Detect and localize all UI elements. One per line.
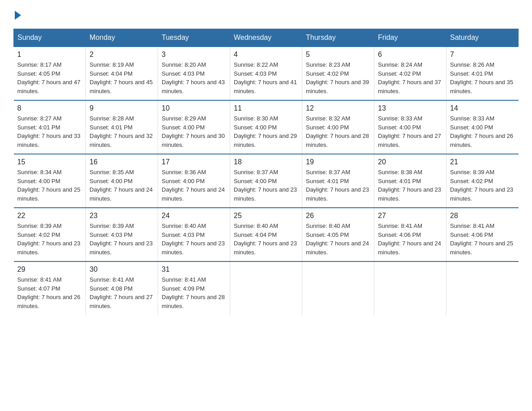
calendar-cell: 29 Sunrise: 8:41 AMSunset: 4:07 PMDaylig… xyxy=(14,261,86,315)
day-number: 30 xyxy=(90,265,154,274)
day-info: Sunrise: 8:17 AMSunset: 4:05 PMDaylight:… xyxy=(17,60,82,95)
calendar-header-monday: Monday xyxy=(86,29,158,47)
calendar-cell: 26 Sunrise: 8:40 AMSunset: 4:05 PMDaylig… xyxy=(302,208,374,261)
calendar-header-thursday: Thursday xyxy=(302,29,374,47)
calendar-cell: 6 Sunrise: 8:24 AMSunset: 4:02 PMDayligh… xyxy=(374,47,446,100)
day-number: 13 xyxy=(378,104,442,112)
day-number: 6 xyxy=(378,51,442,59)
day-number: 11 xyxy=(234,104,298,112)
calendar-cell: 27 Sunrise: 8:41 AMSunset: 4:06 PMDaylig… xyxy=(374,208,446,261)
day-number: 3 xyxy=(162,51,226,59)
calendar-cell: 17 Sunrise: 8:36 AMSunset: 4:00 PMDaylig… xyxy=(158,154,230,208)
day-number: 23 xyxy=(90,212,154,220)
day-number: 19 xyxy=(306,158,370,166)
day-info: Sunrise: 8:24 AMSunset: 4:02 PMDaylight:… xyxy=(378,60,442,95)
day-number: 17 xyxy=(162,158,226,166)
calendar-cell: 9 Sunrise: 8:28 AMSunset: 4:01 PMDayligh… xyxy=(86,100,158,154)
calendar-cell: 16 Sunrise: 8:35 AMSunset: 4:00 PMDaylig… xyxy=(86,154,158,208)
calendar-cell: 4 Sunrise: 8:22 AMSunset: 4:03 PMDayligh… xyxy=(230,47,302,100)
day-info: Sunrise: 8:38 AMSunset: 4:01 PMDaylight:… xyxy=(378,168,442,203)
calendar-cell xyxy=(374,261,446,315)
day-number: 18 xyxy=(234,158,298,166)
page-header xyxy=(13,9,519,20)
day-number: 22 xyxy=(17,212,82,220)
day-info: Sunrise: 8:35 AMSunset: 4:00 PMDaylight:… xyxy=(90,168,154,203)
calendar-header-friday: Friday xyxy=(374,29,446,47)
calendar-cell: 5 Sunrise: 8:23 AMSunset: 4:02 PMDayligh… xyxy=(302,47,374,100)
day-info: Sunrise: 8:29 AMSunset: 4:00 PMDaylight:… xyxy=(162,114,226,149)
day-info: Sunrise: 8:27 AMSunset: 4:01 PMDaylight:… xyxy=(17,114,82,149)
day-number: 15 xyxy=(17,158,82,166)
calendar-week-row: 15 Sunrise: 8:34 AMSunset: 4:00 PMDaylig… xyxy=(14,154,519,208)
calendar-header-sunday: Sunday xyxy=(14,29,86,47)
day-info: Sunrise: 8:40 AMSunset: 4:04 PMDaylight:… xyxy=(234,222,298,257)
calendar-week-row: 8 Sunrise: 8:27 AMSunset: 4:01 PMDayligh… xyxy=(14,100,519,154)
day-info: Sunrise: 8:41 AMSunset: 4:08 PMDaylight:… xyxy=(90,275,154,310)
day-info: Sunrise: 8:37 AMSunset: 4:01 PMDaylight:… xyxy=(306,168,370,203)
calendar-cell: 2 Sunrise: 8:19 AMSunset: 4:04 PMDayligh… xyxy=(86,47,158,100)
day-info: Sunrise: 8:22 AMSunset: 4:03 PMDaylight:… xyxy=(234,60,298,95)
day-number: 24 xyxy=(162,212,226,220)
day-number: 1 xyxy=(17,51,82,59)
day-number: 29 xyxy=(17,265,82,274)
day-info: Sunrise: 8:33 AMSunset: 4:00 PMDaylight:… xyxy=(378,114,442,149)
day-info: Sunrise: 8:39 AMSunset: 4:02 PMDaylight:… xyxy=(17,222,82,257)
day-info: Sunrise: 8:30 AMSunset: 4:00 PMDaylight:… xyxy=(234,114,298,149)
day-info: Sunrise: 8:41 AMSunset: 4:06 PMDaylight:… xyxy=(378,222,442,257)
day-info: Sunrise: 8:39 AMSunset: 4:02 PMDaylight:… xyxy=(450,168,515,203)
day-info: Sunrise: 8:41 AMSunset: 4:09 PMDaylight:… xyxy=(162,275,226,310)
day-number: 5 xyxy=(306,51,370,59)
calendar-header-wednesday: Wednesday xyxy=(230,29,302,47)
day-number: 31 xyxy=(162,265,226,274)
calendar-cell: 28 Sunrise: 8:41 AMSunset: 4:06 PMDaylig… xyxy=(446,208,519,261)
day-number: 16 xyxy=(90,158,154,166)
calendar-cell: 21 Sunrise: 8:39 AMSunset: 4:02 PMDaylig… xyxy=(446,154,519,208)
day-number: 14 xyxy=(450,104,515,112)
calendar-cell: 24 Sunrise: 8:40 AMSunset: 4:03 PMDaylig… xyxy=(158,208,230,261)
calendar-header-tuesday: Tuesday xyxy=(158,29,230,47)
day-info: Sunrise: 8:19 AMSunset: 4:04 PMDaylight:… xyxy=(90,60,154,95)
day-info: Sunrise: 8:33 AMSunset: 4:00 PMDaylight:… xyxy=(450,114,515,149)
calendar-cell: 18 Sunrise: 8:37 AMSunset: 4:00 PMDaylig… xyxy=(230,154,302,208)
calendar-cell: 7 Sunrise: 8:26 AMSunset: 4:01 PMDayligh… xyxy=(446,47,519,100)
calendar-cell: 12 Sunrise: 8:32 AMSunset: 4:00 PMDaylig… xyxy=(302,100,374,154)
day-number: 21 xyxy=(450,158,515,166)
day-info: Sunrise: 8:28 AMSunset: 4:01 PMDaylight:… xyxy=(90,114,154,149)
calendar-cell: 13 Sunrise: 8:33 AMSunset: 4:00 PMDaylig… xyxy=(374,100,446,154)
calendar-week-row: 1 Sunrise: 8:17 AMSunset: 4:05 PMDayligh… xyxy=(14,47,519,100)
calendar-cell: 15 Sunrise: 8:34 AMSunset: 4:00 PMDaylig… xyxy=(14,154,86,208)
calendar-header-saturday: Saturday xyxy=(446,29,519,47)
calendar-cell: 14 Sunrise: 8:33 AMSunset: 4:00 PMDaylig… xyxy=(446,100,519,154)
day-number: 7 xyxy=(450,51,515,59)
calendar-header-row: SundayMondayTuesdayWednesdayThursdayFrid… xyxy=(14,29,519,47)
day-info: Sunrise: 8:36 AMSunset: 4:00 PMDaylight:… xyxy=(162,168,226,203)
day-number: 8 xyxy=(17,104,82,112)
calendar-table: SundayMondayTuesdayWednesdayThursdayFrid… xyxy=(13,29,519,315)
calendar-cell: 20 Sunrise: 8:38 AMSunset: 4:01 PMDaylig… xyxy=(374,154,446,208)
day-info: Sunrise: 8:23 AMSunset: 4:02 PMDaylight:… xyxy=(306,60,370,95)
calendar-cell: 22 Sunrise: 8:39 AMSunset: 4:02 PMDaylig… xyxy=(14,208,86,261)
calendar-cell: 19 Sunrise: 8:37 AMSunset: 4:01 PMDaylig… xyxy=(302,154,374,208)
calendar-cell: 10 Sunrise: 8:29 AMSunset: 4:00 PMDaylig… xyxy=(158,100,230,154)
day-info: Sunrise: 8:34 AMSunset: 4:00 PMDaylight:… xyxy=(17,168,82,203)
day-info: Sunrise: 8:40 AMSunset: 4:05 PMDaylight:… xyxy=(306,222,370,257)
day-number: 10 xyxy=(162,104,226,112)
day-info: Sunrise: 8:37 AMSunset: 4:00 PMDaylight:… xyxy=(234,168,298,203)
calendar-cell: 25 Sunrise: 8:40 AMSunset: 4:04 PMDaylig… xyxy=(230,208,302,261)
calendar-cell xyxy=(230,261,302,315)
calendar-cell: 31 Sunrise: 8:41 AMSunset: 4:09 PMDaylig… xyxy=(158,261,230,315)
day-number: 20 xyxy=(378,158,442,166)
day-info: Sunrise: 8:39 AMSunset: 4:03 PMDaylight:… xyxy=(90,222,154,257)
calendar-cell: 8 Sunrise: 8:27 AMSunset: 4:01 PMDayligh… xyxy=(14,100,86,154)
calendar-cell: 1 Sunrise: 8:17 AMSunset: 4:05 PMDayligh… xyxy=(14,47,86,100)
day-number: 4 xyxy=(234,51,298,59)
calendar-cell: 30 Sunrise: 8:41 AMSunset: 4:08 PMDaylig… xyxy=(86,261,158,315)
calendar-week-row: 22 Sunrise: 8:39 AMSunset: 4:02 PMDaylig… xyxy=(14,208,519,261)
logo-arrow-icon xyxy=(15,11,21,20)
day-number: 28 xyxy=(450,212,515,220)
calendar-cell: 3 Sunrise: 8:20 AMSunset: 4:03 PMDayligh… xyxy=(158,47,230,100)
day-info: Sunrise: 8:41 AMSunset: 4:07 PMDaylight:… xyxy=(17,275,82,310)
day-number: 27 xyxy=(378,212,442,220)
day-info: Sunrise: 8:26 AMSunset: 4:01 PMDaylight:… xyxy=(450,60,515,95)
day-info: Sunrise: 8:40 AMSunset: 4:03 PMDaylight:… xyxy=(162,222,226,257)
